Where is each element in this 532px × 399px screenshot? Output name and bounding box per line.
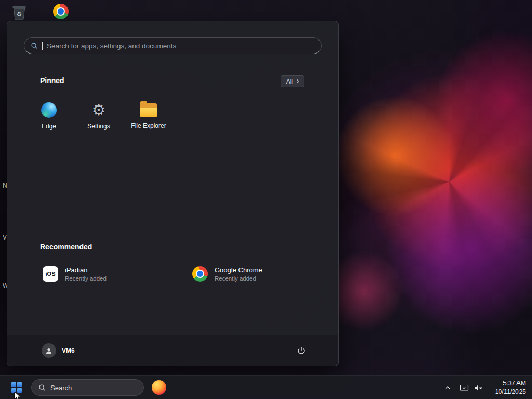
ios-icon: iOS (43, 266, 58, 282)
recommended-item-ipadian[interactable]: iOS iPadian Recently added (36, 259, 186, 288)
power-button[interactable] (291, 340, 312, 361)
user-avatar (42, 343, 56, 358)
pinned-app-edge[interactable]: Edge (24, 97, 74, 140)
clock[interactable]: 5:37 AM 10/11/2025 (495, 379, 526, 396)
desktop-icon-label-fragment: V (3, 234, 7, 241)
power-icon (297, 346, 306, 355)
taskbar: Search 5:37 AM 10/11/2025 (0, 375, 532, 399)
pinned-app-label: File Explorer (131, 122, 166, 129)
taskbar-search-label: Search (50, 384, 72, 392)
pinned-app-label: Edge (42, 123, 56, 130)
chrome-logo-icon (53, 4, 69, 19)
chrome-icon (192, 266, 208, 282)
mouse-cursor (14, 391, 22, 399)
chrome-desktop-icon[interactable] (53, 4, 69, 19)
edge-icon (41, 102, 57, 118)
screen: ♻ N V W Pinned All Edge (0, 0, 532, 399)
gear-icon: ⚙ (92, 102, 106, 118)
pinned-app-file-explorer[interactable]: File Explorer (124, 97, 174, 140)
pinned-all-button[interactable]: All (281, 75, 304, 87)
start-menu-footer: VM6 (7, 335, 338, 366)
pinned-apps-grid: Edge ⚙ Settings File Explorer (24, 97, 174, 140)
recommended-item-text: Google Chrome Recently added (215, 266, 262, 282)
person-icon (45, 347, 53, 355)
pinned-section-title: Pinned (40, 76, 64, 85)
text-caret (42, 42, 43, 50)
display-arrow-icon (460, 383, 469, 392)
recommended-section-title: Recommended (40, 243, 92, 251)
recommended-item-subtitle: Recently added (215, 275, 262, 282)
svg-text:♻: ♻ (17, 11, 22, 17)
start-menu: Pinned All Edge ⚙ Settings File Explorer (7, 21, 339, 366)
all-button-label: All (286, 78, 293, 85)
pinned-app-settings[interactable]: ⚙ Settings (74, 97, 124, 140)
search-icon (31, 42, 38, 49)
recycle-bin-icon[interactable]: ♻ (11, 3, 27, 21)
recommended-item-title: iPadian (65, 266, 107, 274)
volume-muted-icon (474, 383, 483, 392)
recycle-bin-glyph: ♻ (11, 3, 27, 21)
firefox-icon (152, 380, 166, 395)
recommended-item-title: Google Chrome (215, 266, 262, 274)
recommended-item-subtitle: Recently added (65, 275, 107, 282)
start-search-box[interactable] (24, 37, 322, 54)
tray-display-button[interactable] (457, 380, 471, 395)
chevron-right-icon (296, 79, 300, 84)
clock-time: 5:37 AM (495, 379, 526, 388)
search-icon (38, 384, 46, 391)
start-search-input[interactable] (47, 42, 315, 50)
folder-icon (140, 103, 157, 117)
user-profile-button[interactable]: VM6 (37, 340, 79, 361)
chevron-up-icon (445, 384, 451, 391)
recommended-item-chrome[interactable]: Google Chrome Recently added (186, 259, 336, 288)
user-name: VM6 (62, 347, 75, 354)
clock-date: 10/11/2025 (495, 388, 526, 396)
tray-volume-button[interactable] (471, 380, 485, 395)
tray-chevron-button[interactable] (441, 380, 455, 395)
taskbar-search-box[interactable]: Search (31, 379, 144, 396)
firefox-taskbar-button[interactable] (149, 377, 169, 398)
pinned-app-label: Settings (87, 123, 110, 130)
recommended-item-text: iPadian Recently added (65, 266, 107, 282)
